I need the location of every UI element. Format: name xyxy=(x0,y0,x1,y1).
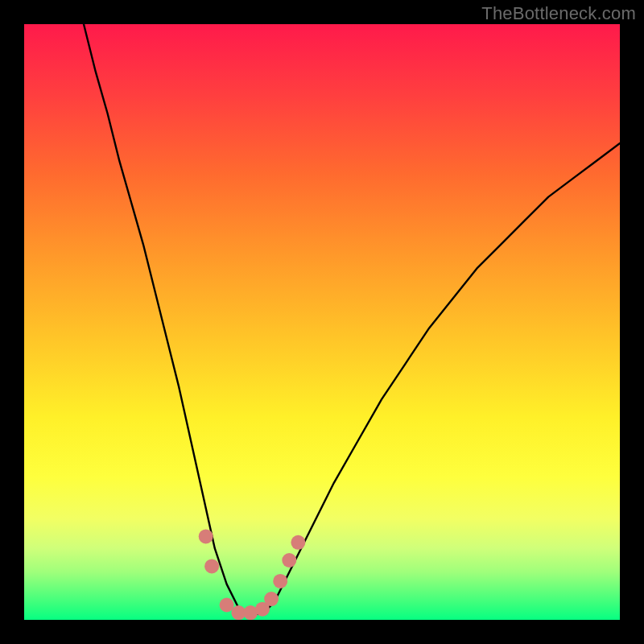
chart-frame: TheBottleneck.com xyxy=(0,0,644,644)
curve-marker xyxy=(282,553,296,568)
bottleneck-curve xyxy=(84,24,620,614)
curve-marker xyxy=(273,574,287,588)
bottleneck-curve-svg xyxy=(24,24,620,620)
curve-marker xyxy=(220,598,234,613)
watermark-label: TheBottleneck.com xyxy=(481,3,636,24)
curve-marker xyxy=(291,535,305,550)
curve-marker xyxy=(264,592,279,606)
curve-marker xyxy=(199,529,213,543)
curve-marker xyxy=(204,559,219,573)
curve-markers xyxy=(199,529,306,620)
plot-area xyxy=(24,24,620,620)
